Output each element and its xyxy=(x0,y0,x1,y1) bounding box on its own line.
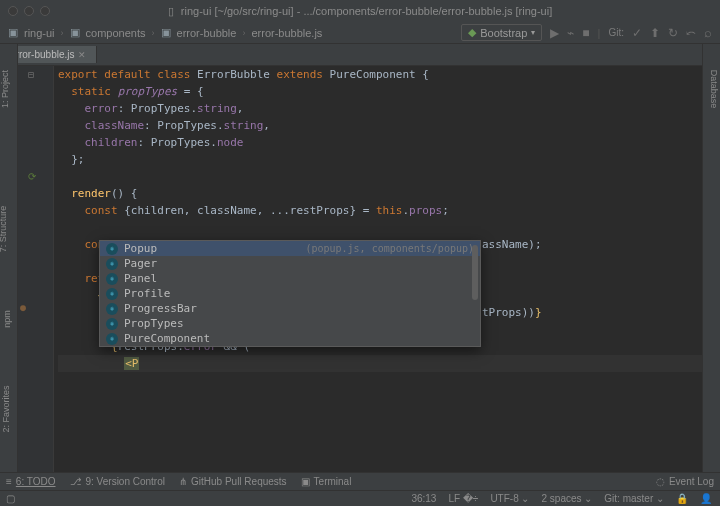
debug-button-icon[interactable]: ⌁ xyxy=(567,26,574,40)
autocomplete-popup[interactable]: ⚛ Popup (popup.js, components/popup) ⚛ P… xyxy=(99,240,481,347)
titlebar: ▯ ring-ui [~/go/src/ring-ui] - .../compo… xyxy=(0,0,720,22)
breadcrumb[interactable]: error-bubble.js xyxy=(251,27,322,39)
breadcrumb[interactable]: components xyxy=(86,27,146,39)
autocomplete-item[interactable]: ⚛ Popup (popup.js, components/popup) xyxy=(100,241,480,256)
autocomplete-item[interactable]: ⚛ ProgressBar xyxy=(100,301,480,316)
chevron-right-icon: › xyxy=(61,28,64,38)
tool-favorites[interactable]: 2: Favorites xyxy=(1,385,11,432)
tool-event-log[interactable]: ◌ Event Log xyxy=(656,476,714,487)
tool-terminal[interactable]: ▣ Terminal xyxy=(301,476,352,487)
status-line-separator[interactable]: LF �÷ xyxy=(448,493,478,504)
breadcrumb[interactable]: error-bubble xyxy=(177,27,237,39)
gutter[interactable]: ⊟ ⟳ ● xyxy=(18,66,54,472)
tool-project[interactable]: 1: Project xyxy=(0,70,10,108)
folder-icon: ▣ xyxy=(70,26,80,39)
react-component-icon: ⚛ xyxy=(106,318,118,330)
breadcrumb[interactable]: ring-ui xyxy=(24,27,55,39)
tool-database[interactable]: Database xyxy=(710,70,720,109)
history-icon[interactable]: ↻ xyxy=(668,26,678,40)
react-component-icon: ⚛ xyxy=(106,273,118,285)
status-indent[interactable]: 2 spaces ⌄ xyxy=(542,493,593,504)
tool-todo[interactable]: ≡ 6: TODO xyxy=(6,476,56,487)
run-button-icon[interactable]: ▶ xyxy=(550,26,559,40)
status-hector-icon[interactable]: 👤 xyxy=(700,493,712,504)
autocomplete-item[interactable]: ⚛ PropTypes xyxy=(100,316,480,331)
react-component-icon: ⚛ xyxy=(106,258,118,270)
react-component-icon: ⚛ xyxy=(106,303,118,315)
autocomplete-item[interactable]: ⚛ PureComponent xyxy=(100,331,480,346)
vcs-commit-icon[interactable]: ⬆ xyxy=(650,26,660,40)
revert-icon[interactable]: ⤺ xyxy=(686,26,696,40)
search-icon[interactable]: ⌕ xyxy=(704,25,712,40)
status-lock-icon[interactable]: 🔒 xyxy=(676,493,688,504)
react-component-icon: ⚛ xyxy=(106,243,118,255)
autocomplete-item[interactable]: ⚛ Profile xyxy=(100,286,480,301)
folder-icon: ▣ xyxy=(8,26,18,39)
chevron-right-icon: › xyxy=(152,28,155,38)
tool-windows-toggle-icon[interactable]: ▢ xyxy=(6,493,15,504)
left-tool-stripe: 1: Project 7: Structure npm 2: Favorites xyxy=(0,44,18,472)
vcs-update-icon[interactable]: ✓ xyxy=(632,26,642,40)
tool-npm[interactable]: npm xyxy=(2,310,12,328)
react-component-icon: ⚛ xyxy=(106,333,118,345)
nodejs-icon: ◆ xyxy=(468,26,476,39)
window-title: ▯ ring-ui [~/go/src/ring-ui] - .../compo… xyxy=(0,5,720,18)
status-encoding[interactable]: UTF-8 ⌄ xyxy=(490,493,529,504)
file-icon: ▯ xyxy=(168,5,174,17)
autocomplete-item[interactable]: ⚛ Pager xyxy=(100,256,480,271)
git-label: Git: xyxy=(608,27,624,38)
status-position[interactable]: 36:13 xyxy=(411,493,436,504)
folder-icon: ▣ xyxy=(161,26,171,39)
react-component-icon: ⚛ xyxy=(106,288,118,300)
bottom-tool-bar: ≡ 6: TODO ⎇ 9: Version Control ⋔ GitHub … xyxy=(0,472,720,490)
autocomplete-item[interactable]: ⚛ Panel xyxy=(100,271,480,286)
right-tool-stripe: Database xyxy=(702,44,720,472)
tool-github-pr[interactable]: ⋔ GitHub Pull Requests xyxy=(179,476,287,487)
editor-tabs: error-bubble.js ✕ xyxy=(0,44,720,66)
status-bar: ▢ 36:13 LF �÷ UTF-8 ⌄ 2 spaces ⌄ Git: ma… xyxy=(0,490,720,506)
stop-button-icon[interactable]: ■ xyxy=(582,26,589,40)
autocomplete-scrollbar[interactable] xyxy=(472,243,478,344)
tool-vcs[interactable]: ⎇ 9: Version Control xyxy=(70,476,166,487)
status-git-branch[interactable]: Git: master ⌄ xyxy=(604,493,664,504)
chevron-down-icon: ▾ xyxy=(531,28,535,37)
run-config-selector[interactable]: ◆ Bootstrap ▾ xyxy=(461,24,542,41)
chevron-right-icon: › xyxy=(242,28,245,38)
close-tab-icon[interactable]: ✕ xyxy=(78,50,86,60)
navigation-bar: ▣ ring-ui › ▣ components › ▣ error-bubbl… xyxy=(0,22,720,44)
tool-structure[interactable]: 7: Structure xyxy=(0,206,8,253)
